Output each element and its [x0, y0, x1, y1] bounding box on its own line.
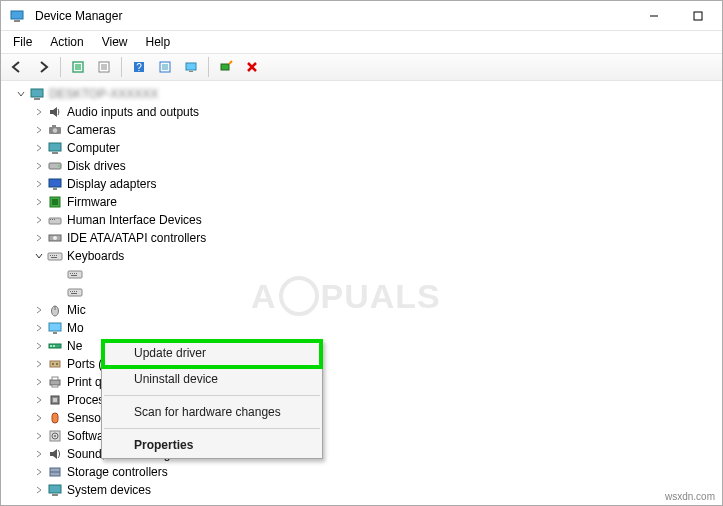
- window-title: Device Manager: [35, 9, 122, 23]
- refresh-button[interactable]: [153, 56, 177, 78]
- camera-icon: [47, 122, 63, 138]
- source-watermark: wsxdn.com: [665, 491, 715, 502]
- keyboard-icon: [67, 266, 83, 282]
- device-manager-window: Device Manager File Action View Help ? A…: [0, 0, 723, 506]
- expand-icon[interactable]: [33, 484, 45, 496]
- tree-item[interactable]: Cameras: [29, 121, 722, 139]
- scan-button[interactable]: [214, 56, 238, 78]
- show-hidden-button[interactable]: [66, 56, 90, 78]
- network-icon: [47, 338, 63, 354]
- svg-rect-31: [50, 219, 51, 220]
- tree-item-label: Mic: [67, 303, 86, 317]
- back-button[interactable]: [5, 56, 29, 78]
- cpu-icon: [47, 392, 63, 408]
- svg-rect-32: [52, 219, 53, 220]
- ctx-separator: [104, 395, 320, 396]
- svg-point-72: [54, 435, 56, 437]
- maximize-button[interactable]: [676, 2, 720, 30]
- svg-rect-44: [72, 273, 73, 274]
- collapse-icon[interactable]: [15, 88, 27, 100]
- tree-item[interactable]: Storage controllers: [29, 463, 722, 481]
- expand-icon[interactable]: [33, 196, 45, 208]
- expand-icon[interactable]: [33, 124, 45, 136]
- menu-help[interactable]: Help: [138, 33, 179, 51]
- tree-item-label: Ne: [67, 339, 82, 353]
- expand-icon[interactable]: [33, 358, 45, 370]
- toolbar-separator: [60, 57, 61, 77]
- tree-item[interactable]: Disk drives: [29, 157, 722, 175]
- forward-button[interactable]: [31, 56, 55, 78]
- keyboard-icon: [67, 284, 83, 300]
- expand-icon[interactable]: [33, 106, 45, 118]
- svg-rect-1: [14, 20, 20, 22]
- svg-rect-45: [74, 273, 75, 274]
- ctx-uninstall-device[interactable]: Uninstall device: [102, 366, 322, 392]
- tree-item[interactable]: System devices: [29, 481, 722, 499]
- tree-item[interactable]: Audio inputs and outputs: [29, 103, 722, 121]
- printq-icon: [47, 374, 63, 390]
- ctx-properties[interactable]: Properties: [102, 432, 322, 458]
- menu-view[interactable]: View: [94, 33, 136, 51]
- svg-rect-18: [34, 98, 40, 100]
- expand-icon[interactable]: [33, 448, 45, 460]
- expand-icon[interactable]: [33, 376, 45, 388]
- svg-rect-49: [70, 291, 71, 292]
- tree-item[interactable]: Display adapters: [29, 175, 722, 193]
- expand-icon[interactable]: [33, 340, 45, 352]
- minimize-button[interactable]: [632, 2, 676, 30]
- expand-icon: [53, 268, 65, 280]
- expand-icon[interactable]: [33, 304, 45, 316]
- svg-rect-65: [52, 377, 58, 380]
- tree-item[interactable]: IDE ATA/ATAPI controllers: [29, 229, 722, 247]
- firmware-icon: [47, 194, 63, 210]
- svg-point-25: [58, 165, 60, 167]
- ctx-update-driver[interactable]: Update driver: [102, 340, 322, 366]
- svg-rect-53: [71, 293, 77, 294]
- tree-item[interactable]: Computer: [29, 139, 722, 157]
- device-tree[interactable]: APUALS DESKTOP-XXXXXX Audio inputs and o…: [1, 81, 722, 505]
- tree-item[interactable]: Firmware: [29, 193, 722, 211]
- svg-rect-13: [162, 64, 168, 70]
- expand-icon[interactable]: [33, 430, 45, 442]
- hid-icon: [47, 212, 63, 228]
- expand-icon[interactable]: [33, 160, 45, 172]
- tree-item[interactable]: Mo: [29, 319, 722, 337]
- ctx-scan-hardware[interactable]: Scan for hardware changes: [102, 399, 322, 425]
- expand-icon[interactable]: [33, 178, 45, 190]
- expand-icon[interactable]: [33, 412, 45, 424]
- sensor-icon: [47, 410, 63, 426]
- svg-rect-57: [53, 332, 57, 334]
- svg-rect-43: [70, 273, 71, 274]
- menu-file[interactable]: File: [5, 33, 40, 51]
- software-icon: [47, 428, 63, 444]
- tree-item-label: Human Interface Devices: [67, 213, 202, 227]
- storage-icon: [47, 464, 63, 480]
- view-button[interactable]: [179, 56, 203, 78]
- expand-icon[interactable]: [33, 394, 45, 406]
- tree-item-label: Keyboards: [67, 249, 124, 263]
- properties-button[interactable]: [92, 56, 116, 78]
- audio-icon: [47, 104, 63, 120]
- svg-rect-39: [54, 255, 55, 256]
- expand-icon[interactable]: [33, 214, 45, 226]
- tree-child-item[interactable]: [49, 265, 722, 283]
- ide-icon: [47, 230, 63, 246]
- tree-child-item[interactable]: [49, 283, 722, 301]
- help-button[interactable]: ?: [127, 56, 151, 78]
- delete-button[interactable]: [240, 56, 264, 78]
- expand-icon[interactable]: [33, 232, 45, 244]
- expand-icon[interactable]: [33, 322, 45, 334]
- svg-rect-64: [50, 380, 60, 385]
- expand-icon[interactable]: [33, 250, 45, 262]
- expand-icon[interactable]: [33, 142, 45, 154]
- tree-root[interactable]: DESKTOP-XXXXXX: [11, 85, 722, 103]
- tree-item[interactable]: Human Interface Devices: [29, 211, 722, 229]
- menu-action[interactable]: Action: [42, 33, 91, 51]
- disk-icon: [47, 158, 63, 174]
- svg-rect-36: [48, 253, 62, 260]
- tree-item[interactable]: Keyboards: [29, 247, 722, 265]
- tree-item[interactable]: Mic: [29, 301, 722, 319]
- expand-icon: [53, 286, 65, 298]
- expand-icon[interactable]: [33, 466, 45, 478]
- svg-rect-21: [52, 125, 56, 127]
